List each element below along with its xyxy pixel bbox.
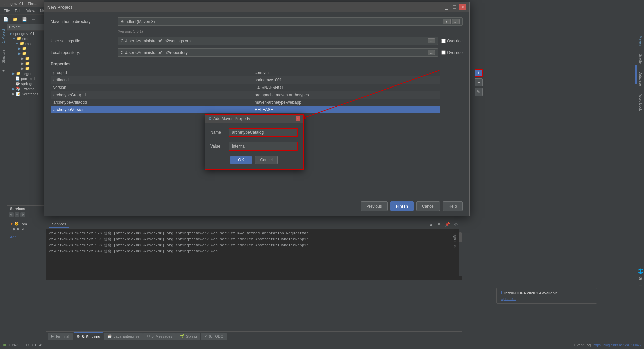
favorites-icon[interactable]: ★ [1, 68, 6, 74]
cancel-button[interactable]: Cancel [416, 201, 440, 211]
tab-todo[interactable]: ✓ 6: TODO [201, 333, 227, 340]
menu-edit[interactable]: Edit [13, 8, 24, 14]
tab-services[interactable]: ⚙ 8: Services [73, 332, 103, 340]
user-settings-override-checkbox[interactable] [441, 39, 446, 43]
maven-panel-indicator [635, 65, 637, 84]
local-repo-label: Local repository: [51, 50, 118, 55]
services-settings-btn[interactable]: ⚙ [20, 212, 25, 217]
messages-label: 0: Messages [151, 334, 172, 338]
globe-icon-btn[interactable]: 🌐 [638, 268, 643, 274]
tree-item-sub1[interactable]: ▶ 📁 [7, 46, 46, 51]
console-pin-btn[interactable]: 📌 [444, 221, 451, 227]
tree-item-src[interactable]: ▼ 📁 src [7, 36, 46, 41]
tree-item-springmvc01[interactable]: ▼ springmvc01 [7, 31, 46, 36]
prop-row-archetypeversion[interactable]: archetypeVersion RELEASE [51, 106, 440, 113]
properties-header: Properties [51, 62, 463, 66]
tree-item-target[interactable]: ▶ 📁 target [7, 71, 46, 76]
prop-edit-btn[interactable]: ✎ [475, 88, 483, 96]
tab-messages[interactable]: ✉ 0: Messages [143, 333, 175, 340]
dialog-footer: Previous Finish Cancel Help [361, 201, 463, 211]
status-url[interactable]: https://blog.csdn.net/ksz390045 [593, 343, 641, 347]
dialog-minimize-btn[interactable]: _ [443, 4, 450, 10]
console-settings-btn[interactable]: ⚙ [453, 221, 459, 227]
database-tool-btn[interactable]: Database [638, 70, 643, 88]
toolbar-open-btn[interactable]: 📁 [11, 16, 19, 23]
status-encoding[interactable]: UTF-8 [32, 343, 42, 347]
maven-ok-button[interactable]: OK [230, 156, 252, 164]
previous-button[interactable]: Previous [361, 201, 388, 211]
structure-icon[interactable]: Structure [1, 48, 6, 65]
local-repo-override-checkbox[interactable] [441, 50, 446, 55]
console-scrollbar[interactable] [459, 229, 462, 276]
tree-item-spring-file[interactable]: ☕ springm... [7, 81, 46, 86]
tree-item-sub5[interactable]: ▶ 📁 [7, 66, 46, 71]
prop-row-artifactid[interactable]: artifactId springmvc_001 [51, 76, 440, 84]
maven-home-dropdown-btn[interactable]: ▼ [443, 19, 451, 24]
status-event-log[interactable]: Event Log [574, 343, 591, 347]
user-settings-field[interactable]: C:\Users\Administrator\.m2\settings.xml … [118, 37, 438, 45]
tree-item-pom[interactable]: 📄 pom.xml [7, 76, 46, 81]
finish-button[interactable]: Finish [390, 201, 414, 211]
console-header: Services ▲ ▼ 📌 ⚙ [46, 220, 462, 229]
project-tree-panel: Project ▼ springmvc01 ▼ 📁 src ▼ 📁 mai ▶ … [7, 24, 46, 205]
local-repo-field[interactable]: C:\Users\Administrator\.m2\repository ..… [118, 48, 438, 57]
prop-row-archetypegroupid[interactable]: archetypeGroupId org.apache.maven.archet… [51, 91, 440, 99]
prop-key-archetypeartifactid: archetypeArtifactId [51, 99, 252, 106]
maven-value-input[interactable] [229, 142, 298, 151]
dialog-close-btn[interactable]: × [459, 4, 466, 10]
notification-update-link[interactable]: Update... [501, 297, 516, 301]
tree-item-sub3[interactable]: ▶ 📁 [7, 56, 46, 61]
gradle-tool-btn[interactable]: Gradle [638, 52, 643, 66]
maven-dialog-body: Name Value OK Cancel [205, 123, 303, 169]
maven-tool-btn[interactable]: Maven [638, 34, 643, 48]
prop-remove-btn[interactable]: − [475, 78, 483, 86]
toolbar-new-btn[interactable]: 📄 [2, 16, 10, 23]
app-title: springmvc01 – Fire... [3, 2, 37, 6]
user-settings-browse-btn[interactable]: ... [428, 38, 435, 43]
prop-add-btn[interactable]: + [475, 69, 483, 77]
services-tomcat-item[interactable]: ▼ 🐱 Tom... [7, 221, 46, 226]
maven-name-row: Name [210, 128, 298, 137]
toolbar-back-btn[interactable]: ← [30, 16, 37, 23]
services-refresh-btn[interactable]: ↺ [9, 212, 14, 217]
dialog-maximize-btn[interactable]: □ [451, 4, 458, 10]
toolbar-save-btn[interactable]: 💾 [20, 16, 29, 23]
right-tool-strip: Maven Gradle Database Word Book 🌐 ⚙ − [637, 0, 644, 292]
tree-item-external-libs[interactable]: ▶ 📚 External Li... [7, 86, 46, 91]
new-project-titlebar: New Project _ □ × [44, 2, 469, 12]
tree-item-main[interactable]: ▼ 📁 mai [7, 41, 46, 46]
help-button[interactable]: Help [443, 201, 463, 211]
tree-item-scratches[interactable]: ▶ 📝 Scratches [7, 91, 46, 96]
tree-item-sub4[interactable]: ▶ 📁 [7, 61, 46, 66]
console-tab-services[interactable]: Services [49, 221, 69, 228]
prop-row-version[interactable]: version 1.0-SNAPSHOT [51, 84, 440, 91]
maven-home-field[interactable]: Bundled (Maven 3) ▼ ... [118, 17, 463, 26]
tree-item-sub2[interactable]: ▶ 📁 [7, 51, 46, 56]
tab-java-enterprise[interactable]: ☕ Java Enterprise [104, 333, 143, 340]
console-scroll-up-btn[interactable]: ▲ [428, 221, 434, 227]
minus-icon-btn[interactable]: − [639, 283, 642, 288]
maven-dialog-close-btn[interactable]: × [296, 116, 300, 121]
console-scroll-down-btn[interactable]: ▼ [436, 221, 442, 227]
console-scrollbar-thumb[interactable] [459, 232, 462, 242]
tab-terminal[interactable]: ▶ Terminal [48, 333, 73, 340]
add-button[interactable]: Add [10, 235, 17, 239]
maven-home-browse-btn[interactable]: ... [452, 19, 460, 24]
settings-icon-btn[interactable]: ⚙ [638, 276, 643, 281]
menu-view[interactable]: View [24, 8, 37, 14]
maven-name-input[interactable] [229, 128, 298, 137]
prop-row-archetypeartifactid[interactable]: archetypeArtifactId maven-archetype-weba… [51, 99, 440, 106]
services-list-btn[interactable]: ≡ [15, 212, 19, 217]
bottom-tabs-bar: ▶ Terminal ⚙ 8: Services ☕ Java Enterpri… [46, 331, 462, 341]
prop-actions: + − ✎ [475, 69, 483, 96]
services-run-item[interactable]: ▶ ▶ Ru... [7, 226, 46, 231]
wordbook-tool-btn[interactable]: Word Book [638, 92, 643, 113]
prop-row-groupid[interactable]: groupId com.yth [51, 69, 440, 76]
prop-key-groupid: groupId [51, 69, 252, 76]
todo-icon: ✓ [204, 334, 207, 338]
local-repo-browse-btn[interactable]: ... [428, 50, 435, 55]
menu-file[interactable]: File [2, 8, 12, 14]
maven-cancel-button[interactable]: Cancel [255, 156, 277, 164]
project-icon[interactable]: 1: Project [1, 27, 6, 45]
tab-spring[interactable]: 🌱 Spring [176, 333, 200, 340]
